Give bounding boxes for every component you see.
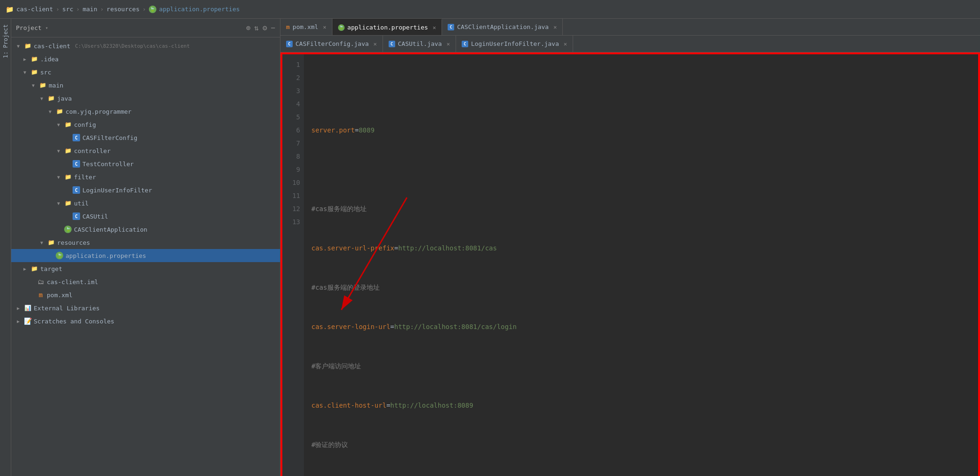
tree-item-java[interactable]: ▼ 📁 java (11, 92, 280, 105)
tree-item-main[interactable]: ▼ 📁 main (11, 79, 280, 92)
tab-CASFilterConfig[interactable]: C CASFilterConfig.java ✕ (280, 36, 383, 52)
arrow-iml (28, 279, 35, 285)
folder-icon-filter: 📁 (64, 173, 72, 181)
title-bar: 📁 cas-client › src › main › resources › … (0, 0, 980, 19)
tab-class-icon-login-filter: C (462, 41, 468, 47)
tree-item-external-libraries[interactable]: ▶ 📊 External Libraries (11, 301, 280, 315)
code-eq-2: = (394, 242, 398, 255)
folder-icon-src: 📁 (30, 68, 38, 76)
label-controller: controller (74, 147, 111, 154)
tree-item-target[interactable]: ▶ 📁 target (11, 262, 280, 275)
tree-item-TestController[interactable]: C TestController (11, 157, 280, 170)
code-line-5: cas.server-url-prefix=http://localhost:8… (311, 242, 973, 255)
arrow-cas-client: ▼ (15, 44, 22, 49)
tree-item-config[interactable]: ▼ 📁 config (11, 118, 280, 131)
tree-item-resources[interactable]: ▼ 📁 resources (11, 236, 280, 249)
tab-application-close[interactable]: ✕ (433, 24, 436, 31)
code-line-6: #cas服务端的登录地址 (311, 281, 973, 294)
tab-CASFilterConfig-close[interactable]: ✕ (374, 41, 377, 47)
tree-item-idea[interactable]: ▶ 📁 .idea (11, 52, 280, 66)
tab-row-1: m pom.xml ✕ 🍃 application.properties ✕ C… (280, 19, 980, 36)
code-comment-3: #客户端访问地址 (311, 359, 361, 373)
line-numbers: 1 2 3 4 5 6 7 8 9 10 11 12 13 (280, 52, 304, 476)
breadcrumb-main[interactable]: main (82, 6, 97, 13)
iml-icon: 🗂 (37, 278, 45, 286)
folder-icon-idea: 📁 (30, 55, 38, 63)
spring-icon-application-properties: 🍃 (55, 251, 64, 260)
code-line-3 (311, 163, 973, 176)
arrow-util: ▼ (55, 201, 62, 206)
tree-item-scratches[interactable]: ▶ 📝 Scratches and Consoles (11, 315, 280, 328)
tree-item-com-yjq[interactable]: ▼ 📁 com.yjq.programmer (11, 105, 280, 118)
folder-icon-controller: 📁 (64, 146, 72, 155)
tab-pom-icon: m (286, 23, 290, 30)
arrow-java: ▼ (38, 96, 45, 101)
tree-item-cas-client[interactable]: ▼ 📁 cas-client C:\Users\82320\Desktop\ca… (11, 39, 280, 52)
panel-icon-settings[interactable]: ⚙ (263, 23, 267, 32)
label-com-yjq: com.yjq.programmer (66, 108, 132, 115)
panel-icon-scroll[interactable]: ⇅ (254, 23, 259, 32)
tree-item-CASUtil[interactable]: C CASUtil (11, 210, 280, 223)
panel-icon-add[interactable]: ⊕ (246, 23, 251, 32)
arrow-filter: ▼ (55, 175, 62, 180)
tree-item-util[interactable]: ▼ 📁 util (11, 197, 280, 210)
code-eq-1: = (355, 124, 359, 137)
arrow-CASUtil (64, 214, 70, 219)
panel-icon-minimize[interactable]: − (271, 23, 275, 32)
line-num-11: 11 (280, 189, 300, 202)
tree-item-application-properties[interactable]: 🍃 application.properties (11, 249, 280, 262)
project-side-label[interactable]: 1: Project (2, 22, 9, 60)
tab-CASUtil[interactable]: C CASUtil.java ✕ (383, 36, 456, 52)
line-num-5: 5 (280, 110, 300, 124)
tree-item-pom[interactable]: m pom.xml (11, 288, 280, 301)
tab-application-properties[interactable]: 🍃 application.properties ✕ (332, 19, 442, 35)
breadcrumb-src[interactable]: src (62, 6, 73, 13)
label-util: util (74, 200, 88, 207)
class-icon-CASFilterConfig: C (72, 133, 81, 142)
code-val-port: 8089 (359, 124, 375, 137)
code-comment-4: #验证的协议 (311, 438, 348, 451)
tab-CASUtil-close[interactable]: ✕ (447, 41, 450, 47)
tree-item-iml[interactable]: 🗂 cas-client.iml (11, 275, 280, 288)
arrow-target: ▶ (22, 266, 28, 271)
arrow-TestController (64, 161, 70, 167)
code-val-login-url: http://localhost:8081/cas/login (394, 320, 516, 333)
code-key-server-port: server.port (311, 124, 355, 137)
tree-item-controller[interactable]: ▼ 📁 controller (11, 144, 280, 157)
code-line-10: #验证的协议 (311, 438, 973, 451)
code-editor[interactable]: 1 2 3 4 5 6 7 8 9 10 11 12 13 (280, 52, 980, 476)
tree-item-CASClientApplication[interactable]: 🍃 CASClientApplication (11, 223, 280, 236)
panel-dropdown-arrow[interactable]: ▾ (45, 25, 48, 30)
tree-item-filter[interactable]: ▼ 📁 filter (11, 170, 280, 183)
tree-item-LoginUserInfoFilter[interactable]: C LoginUserInfoFilter (11, 183, 280, 197)
label-config: config (74, 121, 96, 128)
label-LoginUserInfoFilter: LoginUserInfoFilter (82, 187, 152, 194)
arrow-CASClientApplication (55, 227, 62, 232)
tree-item-CASFilterConfig[interactable]: C CASFilterConfig (11, 131, 280, 144)
tab-CASClientApplication[interactable]: C CASClientApplication.java ✕ (442, 19, 563, 35)
tab-LoginUserInfoFilter-close[interactable]: ✕ (564, 41, 567, 47)
breadcrumb-resources[interactable]: resources (107, 6, 140, 13)
tab-LoginUserInfoFilter[interactable]: C LoginUserInfoFilter.java ✕ (456, 36, 573, 52)
editor-wrapper: m pom.xml ✕ 🍃 application.properties ✕ C… (280, 19, 980, 476)
folder-icon-resources: 📁 (47, 238, 55, 247)
arrow-external-libraries: ▶ (15, 306, 22, 311)
tab-CASClientApplication-close[interactable]: ✕ (553, 24, 557, 30)
tab-pom-close[interactable]: ✕ (323, 24, 326, 30)
arrow-idea: ▶ (22, 57, 28, 62)
breadcrumb-sep1: › (56, 6, 59, 13)
tab-CASClientApplication-label: CASClientApplication.java (457, 23, 549, 30)
code-line-4: #cas服务端的地址 (311, 202, 973, 215)
panel-title: Project (16, 24, 42, 31)
editor-area: m pom.xml ✕ 🍃 application.properties ✕ C… (280, 19, 980, 476)
code-line-9: cas.client-host-url=http://localhost:808… (311, 399, 973, 412)
breadcrumb-cas-client[interactable]: cas-client (16, 6, 53, 13)
tab-pom-xml[interactable]: m pom.xml ✕ (280, 19, 332, 35)
code-val-host-url: http://localhost:8089 (391, 399, 473, 412)
tree-item-src[interactable]: ▼ 📁 src (11, 66, 280, 79)
breadcrumb-sep2: › (76, 6, 80, 13)
folder-icon-cas-client: 📁 (23, 42, 32, 50)
arrow-CASFilterConfig (64, 135, 70, 140)
breadcrumb-application-properties[interactable]: application.properties (159, 6, 240, 13)
code-content[interactable]: server.port=8089 #cas服务端的地址 cas.server-u… (304, 52, 980, 476)
